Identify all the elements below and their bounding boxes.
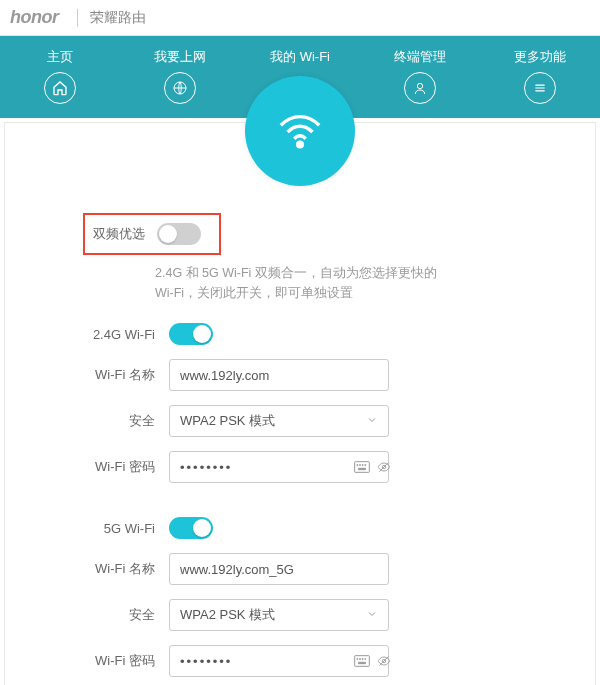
band5-password-wrap [169, 645, 389, 677]
menu-icon [524, 72, 556, 104]
user-icon [404, 72, 436, 104]
svg-point-13 [362, 658, 363, 659]
eye-hidden-icon[interactable] [376, 460, 392, 474]
globe-icon [164, 72, 196, 104]
select-value: WPA2 PSK 模式 [180, 606, 275, 624]
eye-hidden-icon[interactable] [376, 654, 392, 668]
svg-point-11 [357, 658, 358, 659]
svg-point-1 [417, 83, 422, 88]
svg-point-7 [365, 464, 366, 465]
svg-rect-10 [355, 656, 370, 667]
chevron-down-icon [366, 414, 378, 429]
svg-rect-15 [359, 662, 366, 663]
band5-name-input[interactable] [169, 553, 389, 585]
nav-label: 终端管理 [394, 48, 446, 66]
band5-toggle[interactable] [169, 517, 213, 539]
dual-band-label: 双频优选 [93, 225, 145, 243]
band24-password-wrap [169, 451, 389, 483]
band24-security-label: 安全 [55, 412, 155, 430]
band5-security-label: 安全 [55, 606, 155, 624]
nav-more[interactable]: 更多功能 [495, 48, 585, 104]
nav-internet[interactable]: 我要上网 [135, 48, 225, 104]
band24-name-label: Wi-Fi 名称 [55, 366, 155, 384]
brand-logo: honor [10, 7, 71, 28]
band24-security-select[interactable]: WPA2 PSK 模式 [169, 405, 389, 437]
band24-toggle[interactable] [169, 323, 213, 345]
active-nav-circle [245, 76, 355, 186]
nav-label: 我的 Wi-Fi [270, 48, 330, 66]
band5-security-select[interactable]: WPA2 PSK 模式 [169, 599, 389, 631]
band5-password-input[interactable] [180, 654, 348, 669]
brand-header: honor 荣耀路由 [0, 0, 600, 36]
nav-devices[interactable]: 终端管理 [375, 48, 465, 104]
svg-point-12 [359, 658, 360, 659]
dual-band-highlight: 双频优选 [83, 213, 221, 255]
band24-toggle-label: 2.4G Wi-Fi [55, 327, 155, 342]
dual-band-help: 2.4G 和 5G Wi-Fi 双频合一，自动为您选择更快的 Wi-Fi，关闭此… [155, 263, 545, 303]
svg-rect-3 [355, 462, 370, 473]
main-nav: 主页 我要上网 我的 Wi-Fi 终端管理 更多功能 [0, 36, 600, 118]
nav-label: 我要上网 [154, 48, 206, 66]
band5-password-label: Wi-Fi 密码 [55, 652, 155, 670]
home-icon [44, 72, 76, 104]
select-value: WPA2 PSK 模式 [180, 412, 275, 430]
band24-password-input[interactable] [180, 460, 348, 475]
band5-name-label: Wi-Fi 名称 [55, 560, 155, 578]
svg-point-14 [365, 658, 366, 659]
svg-point-2 [298, 142, 303, 147]
brand-title: 荣耀路由 [84, 9, 146, 27]
svg-point-5 [359, 464, 360, 465]
nav-wifi[interactable]: 我的 Wi-Fi [255, 48, 345, 72]
band24-password-label: Wi-Fi 密码 [55, 458, 155, 476]
nav-label: 主页 [47, 48, 73, 66]
chevron-down-icon [366, 608, 378, 623]
svg-rect-8 [359, 468, 366, 469]
band24-name-input[interactable] [169, 359, 389, 391]
dual-band-toggle[interactable] [157, 223, 201, 245]
svg-point-4 [357, 464, 358, 465]
keyboard-icon[interactable] [354, 461, 370, 473]
divider [77, 9, 78, 27]
svg-point-6 [362, 464, 363, 465]
band5-toggle-label: 5G Wi-Fi [55, 521, 155, 536]
nav-home[interactable]: 主页 [15, 48, 105, 104]
nav-label: 更多功能 [514, 48, 566, 66]
wifi-icon [277, 108, 323, 154]
content-panel: 双频优选 2.4G 和 5G Wi-Fi 双频合一，自动为您选择更快的 Wi-F… [4, 122, 596, 685]
keyboard-icon[interactable] [354, 655, 370, 667]
